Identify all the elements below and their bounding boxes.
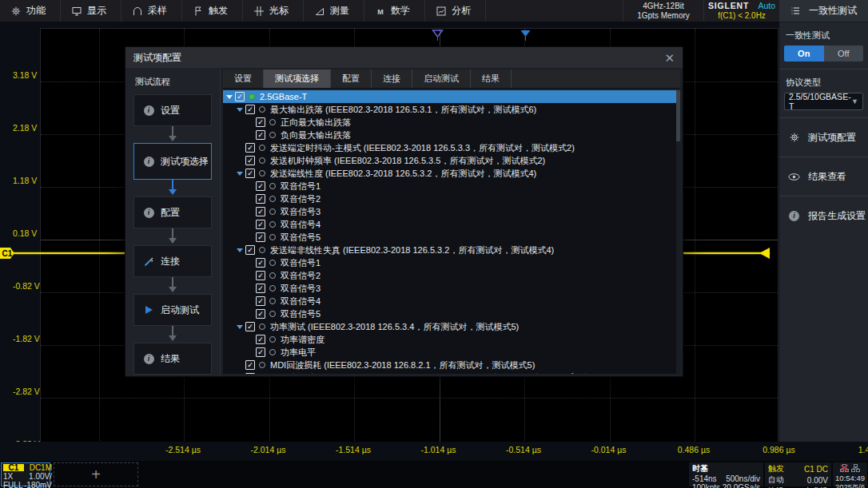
- checkbox[interactable]: ✓: [256, 181, 265, 191]
- checkbox[interactable]: ✓: [235, 92, 245, 101]
- datetime-box[interactable]: 10:54:49 2025/5/6: [833, 462, 867, 486]
- tab-config[interactable]: 配置: [331, 69, 372, 88]
- toggle-on-button[interactable]: On: [784, 46, 824, 61]
- tree-row[interactable]: ✓双音信号2: [223, 269, 680, 282]
- tree-row[interactable]: ✓双音信号5: [223, 307, 680, 320]
- tree-row[interactable]: ✓功率电平: [223, 346, 680, 359]
- checkbox[interactable]: ✓: [256, 347, 265, 357]
- trigger-position-marker[interactable]: [520, 30, 532, 44]
- tree-row[interactable]: ✓负向最大输出跌落: [223, 129, 680, 141]
- flow-step-start-test[interactable]: 启动测试: [133, 294, 212, 326]
- tree-row[interactable]: ✓双音信号1: [223, 256, 680, 269]
- close-icon[interactable]: ✕: [664, 52, 675, 64]
- checkbox[interactable]: ✓: [245, 245, 255, 255]
- expander-icon[interactable]: [237, 108, 243, 112]
- trigger-box[interactable]: 触发 C1 DC 自动 0.00V 边沿 上升沿: [765, 462, 831, 486]
- checkbox[interactable]: ✓: [256, 130, 265, 140]
- expander-slot[interactable]: [236, 248, 243, 252]
- expander-slot[interactable]: [225, 95, 233, 99]
- channel1-offset-badge[interactable]: C1: [0, 248, 14, 259]
- expander-icon[interactable]: [237, 248, 243, 252]
- tab-connect[interactable]: 连接: [372, 69, 412, 88]
- checkbox[interactable]: ✓: [256, 117, 265, 127]
- tree-row[interactable]: ✓双音信号1: [223, 180, 680, 192]
- checkbox[interactable]: ✓: [245, 105, 255, 114]
- tree-row[interactable]: ✓双音信号3: [223, 282, 680, 295]
- tab-setup[interactable]: 设置: [223, 69, 264, 88]
- tree-row[interactable]: ✓最大输出跌落 (IEEE802.3-2018 126.5.3.1，所有测试对，…: [223, 103, 680, 116]
- panel-item-result-view[interactable]: 结果查看: [779, 165, 868, 188]
- panel-item-test-item-config[interactable]: 测试项配置: [779, 125, 868, 149]
- tree-row[interactable]: ✓双音信号3: [223, 205, 680, 218]
- flow-step-config[interactable]: i配置: [133, 196, 212, 228]
- status-ring: [269, 119, 276, 125]
- menu-item-display[interactable]: 显示: [61, 0, 121, 22]
- gridline-vertical: [99, 29, 100, 449]
- checkbox[interactable]: ✓: [256, 309, 265, 319]
- tree-row[interactable]: ✓双音信号4: [223, 218, 680, 231]
- menu-item-measure[interactable]: 测量: [304, 0, 364, 22]
- flow-step-setup[interactable]: i设置: [133, 94, 212, 126]
- tree-row-label: 功率电平: [281, 347, 316, 359]
- checkbox[interactable]: ✓: [245, 156, 255, 165]
- acquisition-status[interactable]: Auto: [758, 1, 775, 10]
- menu-item-trigger[interactable]: 触发: [182, 0, 243, 22]
- flow-step-test-item-select[interactable]: i测试项选择: [133, 143, 212, 180]
- expander-icon[interactable]: [237, 172, 243, 176]
- checkbox[interactable]: ✓: [256, 194, 265, 204]
- delay-reference-marker[interactable]: [432, 30, 444, 44]
- tree-row[interactable]: ✓双音信号5: [223, 231, 680, 244]
- tab-start-test[interactable]: 启动测试: [412, 69, 471, 88]
- menu-item-acquire[interactable]: 采样: [121, 0, 182, 22]
- tree-row[interactable]: ✓发送端定时抖动-从模式 (IEEE802.3-2018 126.5.3.3，仅…: [223, 371, 680, 374]
- checkbox[interactable]: ✓: [245, 360, 255, 370]
- tree-row[interactable]: ✓2.5GBase-T: [223, 90, 680, 103]
- checkbox[interactable]: ✓: [245, 169, 255, 178]
- checkbox[interactable]: ✓: [256, 258, 265, 268]
- scrollbar-thumb[interactable]: [676, 90, 680, 141]
- flow-step-result[interactable]: i结果: [133, 343, 212, 375]
- tree-row[interactable]: ✓发送端非线性失真 (IEEE802.3-2018 126.5.3.2，所有测试…: [223, 244, 680, 256]
- checkbox[interactable]: ✓: [256, 296, 265, 306]
- trigger-level-marker[interactable]: [759, 248, 770, 259]
- checkbox[interactable]: ✓: [256, 207, 265, 216]
- voltage-axis-label: 1.18 V: [13, 176, 37, 186]
- channel1-info-box[interactable]: C1 DC1M 1X 1.00V/ FULL -180mV: [1, 462, 50, 486]
- menu-item-analysis[interactable]: 分析: [425, 0, 486, 22]
- checkbox[interactable]: ✓: [245, 322, 255, 331]
- expander-slot[interactable]: [236, 172, 243, 176]
- tree-row[interactable]: ✓发送机时钟频率 (IEEE802.3-2018 126.5.3.5，所有测试对…: [223, 154, 680, 167]
- protocol-select[interactable]: 2.5/5/10GBASE-T ▼: [784, 93, 863, 110]
- tree-row[interactable]: ✓双音信号4: [223, 295, 680, 307]
- dialog-title-bar[interactable]: 测试项配置 ✕: [125, 47, 683, 68]
- checkbox[interactable]: ✓: [256, 335, 265, 344]
- menu-item-math[interactable]: M数学: [364, 0, 425, 22]
- expander-icon[interactable]: [226, 95, 233, 99]
- checkbox[interactable]: ✓: [256, 284, 265, 293]
- expander-slot[interactable]: [236, 325, 243, 329]
- flow-step-connect[interactable]: 连接: [133, 245, 212, 277]
- expander-icon[interactable]: [237, 325, 243, 329]
- expander-slot[interactable]: [236, 108, 243, 112]
- tree-row[interactable]: ✓正向最大输出跌落: [223, 116, 680, 129]
- tree-row[interactable]: ✓发送端线性度 (IEEE802.3-2018 126.5.3.2，所有测试对，…: [223, 167, 680, 180]
- toggle-off-button[interactable]: Off: [824, 46, 864, 61]
- tree-row[interactable]: ✓发送端定时抖动-主模式 (IEEE802.3-2018 126.5.3.3，所…: [223, 141, 680, 154]
- checkbox[interactable]: ✓: [256, 220, 265, 229]
- checkbox[interactable]: ✓: [245, 373, 255, 374]
- tree-row[interactable]: ✓MDI回波损耗 (IEEE802.3-2018 126.8.2.1，所有测试对…: [223, 359, 680, 371]
- tree-row[interactable]: ✓功率测试 (IEEE802.3-2018 126.5.3.4，所有测试对，测试…: [223, 320, 680, 333]
- tab-test-item-select[interactable]: 测试项选择: [264, 69, 331, 88]
- checkbox[interactable]: ✓: [245, 143, 255, 153]
- tree-scrollbar[interactable]: [676, 90, 680, 374]
- panel-item-report-settings[interactable]: i报告生成设置: [779, 204, 868, 228]
- checkbox[interactable]: ✓: [256, 232, 265, 242]
- menu-item-function[interactable]: 功能: [0, 0, 61, 22]
- timebase-box[interactable]: 时基 -514ns 500ns/div 100kpts 20.0GSa/s: [689, 462, 763, 486]
- tab-result[interactable]: 结果: [471, 69, 512, 88]
- tree-row[interactable]: ✓双音信号2: [223, 192, 680, 205]
- checkbox[interactable]: ✓: [256, 271, 265, 280]
- empty-channel-slot[interactable]: +: [54, 462, 138, 486]
- tree-row[interactable]: ✓功率谱密度: [223, 333, 680, 346]
- menu-item-cursors[interactable]: 光标: [243, 0, 304, 22]
